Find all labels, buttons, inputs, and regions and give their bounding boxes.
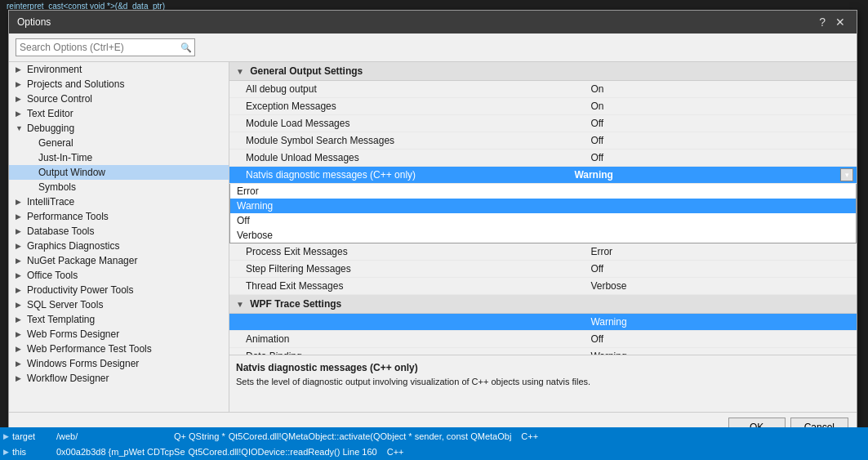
tree-panel: ▶ Environment ▶ Projects and Solutions ▶… (9, 62, 229, 412)
tree-item-debugging-justintime[interactable]: Just-In-Time (9, 150, 229, 165)
natvis-dropdown-cell: Warning ▾ (574, 168, 857, 181)
tree-item-windows-forms-designer[interactable]: ▶ Windows Forms Designer (9, 356, 229, 371)
close-button[interactable]: ✕ (832, 16, 848, 29)
dropdown-popup-row: Error Warning Off Verbose (229, 184, 857, 244)
tree-item-label: Projects and Solutions (27, 78, 225, 90)
setting-row-module-unload[interactable]: Module Unload Messages Off (229, 150, 857, 167)
tree-item-label: Symbols (38, 181, 225, 193)
setting-row-step-filtering[interactable]: Step Filtering Messages Off (229, 261, 857, 278)
tree-item-intellitrace[interactable]: ▶ IntelliTrace (9, 194, 229, 209)
search-wrapper: 🔍 (16, 38, 195, 56)
tree-item-label: Web Forms Designer (27, 328, 225, 340)
section-header-general-output[interactable]: ▼ General Output Settings (229, 62, 857, 81)
tree-item-web-performance-test-tools[interactable]: ▶ Web Performance Test Tools (9, 342, 229, 356)
setting-name-wpf (229, 314, 574, 331)
tree-item-label: Just-In-Time (38, 152, 225, 163)
search-bar: 🔍 (9, 33, 857, 62)
tree-item-nuget-package-manager[interactable]: ▶ NuGet Package Manager (9, 253, 229, 268)
section-header-label: WPF Trace Settings (250, 298, 341, 310)
status-item-target: ▶ target /web/ Q+ QString * Qt5Cored.dll… (3, 429, 538, 444)
arrow-icon: ▶ (16, 315, 27, 324)
setting-row-module-load[interactable]: Module Load Messages Off (229, 115, 857, 132)
dropdown-popup: Error Warning Off Verbose (229, 184, 857, 243)
setting-row-animation[interactable]: Animation Off (229, 331, 857, 348)
setting-row-wpf-warning[interactable]: Warning (229, 314, 857, 331)
setting-value: On (574, 98, 857, 115)
arrow-icon: ▶ (16, 286, 27, 294)
tree-item-debugging-general[interactable]: General (9, 136, 229, 150)
tree-item-database-tools[interactable]: ▶ Database Tools (9, 224, 229, 239)
tree-item-projects-solutions[interactable]: ▶ Projects and Solutions (9, 77, 229, 92)
arrow-icon: ▶ (16, 65, 27, 74)
app-window: reinterpret_cast<const void *>(&d_data_p… (0, 0, 868, 460)
arrow-icon: ▶ (16, 80, 27, 88)
tree-item-debugging[interactable]: ▼ Debugging (9, 121, 229, 136)
search-icon: 🔍 (180, 42, 192, 53)
arrow-icon: ▶ (16, 242, 27, 250)
dropdown-option-error[interactable]: Error (230, 184, 856, 199)
setting-name: Step Filtering Messages (229, 261, 574, 278)
setting-row-module-symbol[interactable]: Module Symbol Search Messages Off (229, 132, 857, 150)
section-header-wpf-trace[interactable]: ▼ WPF Trace Settings (229, 295, 857, 314)
tree-item-source-control[interactable]: ▶ Source Control (9, 92, 229, 106)
setting-row-natvis-selected[interactable]: Natvis diagnostic messages (C++ only) Wa… (229, 167, 857, 184)
status-rows: ▶ target /web/ Q+ QString * Qt5Cored.dll… (3, 429, 538, 459)
arrow-icon: ▶ (16, 198, 27, 206)
status-search-target: Q+ QString * (174, 431, 225, 441)
arrow-icon: ▶ (16, 109, 27, 118)
tree-item-label: Workflow Designer (27, 373, 225, 384)
dropdown-option-verbose[interactable]: Verbose (230, 228, 856, 243)
status-dll-target: Qt5Cored.dll!QMetaObject::activate(QObje… (229, 431, 512, 441)
tree-item-workflow-designer[interactable]: ▶ Workflow Designer (9, 371, 229, 386)
dropdown-option-warning[interactable]: Warning (230, 199, 856, 213)
main-split: ▶ Environment ▶ Projects and Solutions ▶… (9, 62, 857, 412)
tree-item-text-editor[interactable]: ▶ Text Editor (9, 106, 229, 121)
tree-item-office-tools[interactable]: ▶ Office Tools (9, 268, 229, 283)
help-button[interactable]: ? (816, 16, 829, 29)
dropdown-popup-cell: Error Warning Off Verbose (229, 184, 857, 244)
arrow-icon: ▶ (16, 330, 27, 338)
tree-item-environment[interactable]: ▶ Environment (9, 62, 229, 77)
tree-item-label: IntelliTrace (27, 196, 225, 208)
setting-row-process-exit[interactable]: Process Exit Messages Error (229, 243, 857, 261)
tree-item-label: SQL Server Tools (27, 299, 225, 310)
tree-item-sql-server-tools[interactable]: ▶ SQL Server Tools (9, 297, 229, 312)
setting-name: Animation (229, 331, 574, 348)
section-header-label: General Output Settings (250, 65, 363, 77)
setting-row-exception-messages[interactable]: Exception Messages On (229, 98, 857, 115)
description-area: Natvis diagnostic messages (C++ only) Se… (229, 355, 857, 412)
tree-item-label: Text Templating (27, 314, 225, 325)
tree-item-label: Database Tools (27, 226, 225, 237)
arrow-icon: ▶ (16, 212, 27, 221)
setting-row-data-binding[interactable]: Data Binding Warning (229, 348, 857, 355)
status-label-this: this (12, 447, 53, 457)
tree-item-label: Web Performance Test Tools (27, 343, 225, 355)
dropdown-chevron-icon[interactable]: ▾ (840, 168, 853, 181)
setting-name: Process Exit Messages (229, 243, 574, 261)
dropdown-option-off[interactable]: Off (230, 213, 856, 228)
setting-name: Data Binding (229, 348, 574, 355)
settings-table: ▼ General Output Settings All debug outp… (229, 62, 857, 355)
tree-item-graphics-diagnostics[interactable]: ▶ Graphics Diagnostics (9, 239, 229, 253)
tree-item-performance-tools[interactable]: ▶ Performance Tools (9, 209, 229, 224)
tree-item-debugging-outputwindow[interactable]: Output Window (9, 165, 229, 180)
tree-item-label: Environment (27, 64, 225, 75)
content-panel: ▼ General Output Settings All debug outp… (229, 62, 857, 412)
setting-row-thread-exit[interactable]: Thread Exit Messages Verbose (229, 278, 857, 295)
status-addr-target: /web/ (56, 431, 171, 441)
titlebar-buttons: ? ✕ (816, 16, 848, 29)
tree-item-productivity-power-tools[interactable]: ▶ Productivity Power Tools (9, 283, 229, 297)
tree-item-debugging-symbols[interactable]: Symbols (9, 180, 229, 194)
setting-name-natvis: Natvis diagnostic messages (C++ only) (229, 167, 574, 184)
status-addr-this: 0x00a2b3d8 {m_pWet CDTcpSe (56, 447, 185, 457)
status-arrow-icon: ▶ (3, 448, 9, 456)
status-item-this: ▶ this 0x00a2b3d8 {m_pWet CDTcpSe Qt5Cor… (3, 444, 538, 459)
options-dialog: Options ? ✕ 🔍 ▶ Environ (8, 10, 857, 443)
setting-value-natvis[interactable]: Warning ▾ (574, 167, 857, 184)
search-input[interactable] (16, 38, 195, 56)
tree-item-text-templating[interactable]: ▶ Text Templating (9, 312, 229, 327)
status-label-target: target (12, 431, 53, 441)
tree-item-web-forms-designer[interactable]: ▶ Web Forms Designer (9, 327, 229, 342)
setting-row-all-debug[interactable]: All debug output On (229, 81, 857, 98)
setting-value: Verbose (574, 278, 857, 295)
